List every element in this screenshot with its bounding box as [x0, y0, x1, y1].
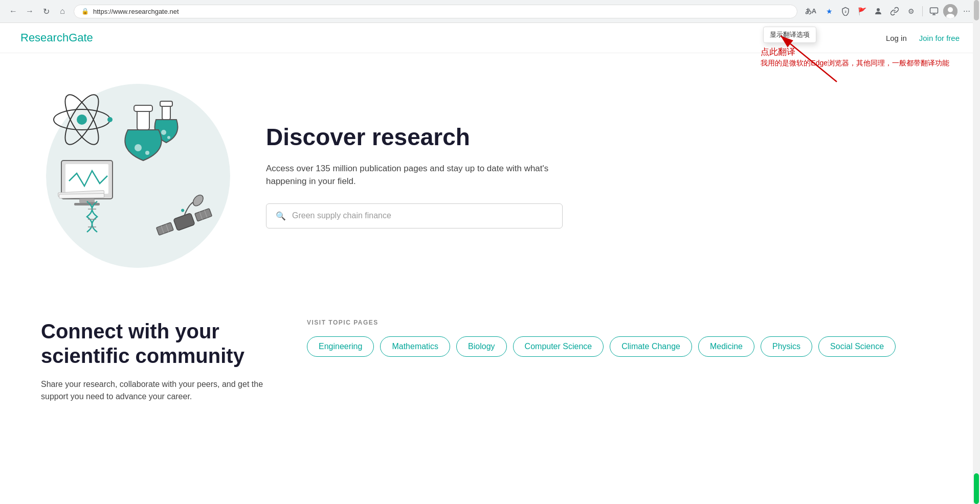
browser-toolbar: ← → ↻ ⌂ 🔒 https://www.researchgate.net あ…	[0, 0, 980, 22]
svg-text:2: 2	[845, 10, 847, 13]
login-link[interactable]: Log in	[886, 34, 907, 42]
topics-grid: Engineering Mathematics Biology Computer…	[307, 336, 939, 357]
topic-chip-mathematics[interactable]: Mathematics	[380, 336, 450, 357]
flag-button[interactable]: 🚩	[855, 4, 869, 18]
topics-label: VISIT TOPIC PAGES	[307, 319, 939, 326]
forward-button[interactable]: →	[23, 4, 37, 18]
svg-point-1	[877, 8, 880, 11]
svg-point-18	[161, 130, 166, 135]
browser-chrome: ← → ↻ ⌂ 🔒 https://www.researchgate.net あ…	[0, 0, 980, 23]
tooltip-text: 显示翻译选项	[770, 31, 810, 38]
svg-rect-14	[137, 109, 149, 130]
shield-button[interactable]: 2	[838, 4, 853, 18]
svg-point-19	[167, 136, 170, 139]
connect-title: Connect with your scientific community	[41, 319, 266, 368]
shield-icon: 2	[841, 7, 850, 16]
back-button[interactable]: ←	[6, 4, 20, 18]
hero-subtitle: Access over 135 million publication page…	[266, 162, 563, 188]
connect-subtitle: Share your research, collaborate with yo…	[41, 378, 266, 403]
page-header: ResearchGate Log in Join for free	[0, 23, 980, 53]
home-button[interactable]: ⌂	[55, 4, 70, 18]
illustration-svg	[41, 79, 235, 273]
more-button[interactable]: ⋯	[960, 4, 974, 18]
hero-illustration	[41, 79, 235, 273]
search-input[interactable]	[292, 211, 553, 220]
svg-point-20	[135, 144, 142, 151]
scrollbar[interactable]	[973, 0, 980, 423]
svg-rect-17	[160, 101, 172, 106]
svg-rect-25	[74, 203, 100, 205]
lower-section: Connect with your scientific community S…	[0, 299, 980, 423]
svg-point-13	[107, 117, 113, 122]
connect-section: Connect with your scientific community S…	[41, 319, 266, 403]
topic-chip-computer-science[interactable]: Computer Science	[513, 336, 604, 357]
topic-chip-physics[interactable]: Physics	[761, 336, 812, 357]
toolbar-divider	[922, 6, 923, 16]
user-avatar	[943, 4, 957, 18]
topic-chip-social-science[interactable]: Social Science	[818, 336, 896, 357]
hero-title: Discover research	[266, 123, 563, 151]
link-icon	[890, 7, 899, 16]
link-button[interactable]	[887, 4, 902, 18]
refresh-button[interactable]: ↻	[39, 4, 53, 18]
svg-point-4	[948, 7, 953, 12]
url-text: https://www.researchgate.net	[93, 8, 179, 15]
topic-chip-engineering[interactable]: Engineering	[307, 336, 374, 357]
profile-button[interactable]	[871, 4, 885, 18]
join-link[interactable]: Join for free	[919, 34, 960, 42]
svg-rect-15	[134, 105, 152, 111]
avatar-button[interactable]	[943, 4, 957, 18]
topic-chip-medicine[interactable]: Medicine	[698, 336, 754, 357]
browser-actions: あA ★ 2 🚩 ⚙ ⋯	[801, 4, 974, 18]
topics-section: VISIT TOPIC PAGES Engineering Mathematic…	[307, 319, 939, 403]
translate-button[interactable]: あA	[801, 4, 820, 18]
svg-point-21	[145, 151, 149, 155]
topic-chip-climate-change[interactable]: Climate Change	[610, 336, 692, 357]
cast-button[interactable]	[927, 4, 941, 18]
lock-icon: 🔒	[81, 8, 89, 15]
address-bar[interactable]: 🔒 https://www.researchgate.net	[74, 5, 797, 18]
svg-rect-27	[59, 193, 104, 198]
search-icon: 🔍	[276, 211, 286, 221]
header-nav: Log in Join for free	[886, 34, 960, 42]
scrollbar-thumb[interactable]	[974, 0, 979, 20]
svg-point-12	[77, 114, 87, 125]
hero-content: Discover research Access over 135 millio…	[266, 123, 563, 228]
search-box[interactable]: 🔍	[266, 203, 563, 228]
cast-icon	[929, 7, 939, 16]
translate-tooltip: 显示翻译选项	[763, 27, 816, 43]
nav-buttons: ← → ↻ ⌂	[6, 4, 70, 18]
profile-icon	[874, 7, 883, 16]
settings-button[interactable]: ⚙	[904, 4, 918, 18]
svg-rect-2	[930, 8, 938, 13]
topic-chip-biology[interactable]: Biology	[456, 336, 506, 357]
site-logo[interactable]: ResearchGate	[20, 31, 93, 44]
hero-section: Discover research Access over 135 millio…	[0, 53, 980, 299]
bookmark-button[interactable]: ★	[822, 4, 836, 18]
